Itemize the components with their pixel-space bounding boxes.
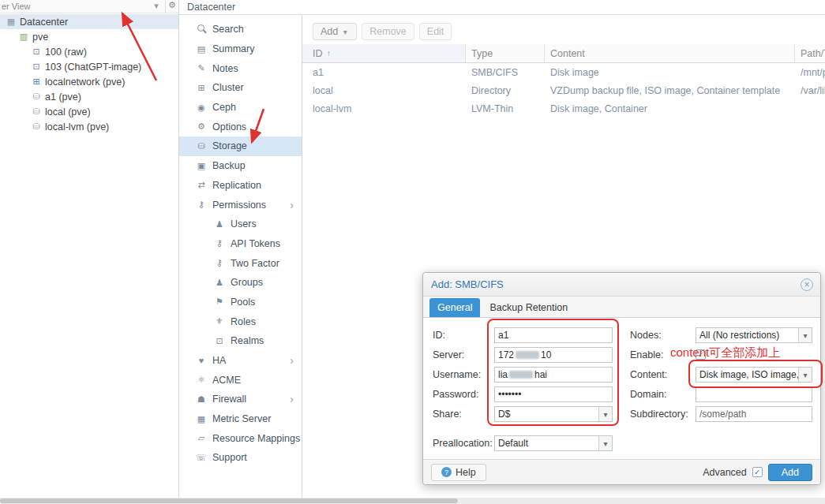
nav-item-roles[interactable]: Roles xyxy=(179,312,302,331)
chevron-down-icon[interactable] xyxy=(150,1,163,11)
add-button[interactable]: Add xyxy=(768,464,812,481)
remove-storage-button[interactable]: Remove xyxy=(362,23,414,40)
server-field[interactable]: 172 10 xyxy=(494,347,613,363)
nav-item-realms[interactable]: Realms xyxy=(179,331,302,351)
tab-backup-retention[interactable]: Backup Retention xyxy=(482,298,576,317)
help-icon xyxy=(441,467,452,477)
password-label: Password: xyxy=(433,389,478,400)
password-field[interactable]: ••••••• xyxy=(494,386,613,402)
scrollbar-thumb[interactable] xyxy=(0,498,458,503)
advanced-label: Advanced xyxy=(703,467,747,478)
resource-tree-panel: er View Datacenterpve100 (raw)103 (ChatG… xyxy=(0,0,179,498)
table-row-local[interactable]: localDirectoryVZDump backup file, ISO im… xyxy=(302,81,825,99)
domain-field[interactable] xyxy=(696,386,812,402)
close-icon[interactable] xyxy=(801,278,813,291)
view-selector-label: er View xyxy=(2,2,30,11)
preallocation-combobox[interactable]: Default xyxy=(494,435,613,451)
combo-trigger[interactable] xyxy=(798,368,812,382)
nav-item-storage[interactable]: Storage xyxy=(179,136,302,156)
node-icon xyxy=(17,32,30,42)
nav-item-summary[interactable]: Summary xyxy=(179,39,302,59)
nav-item-replication[interactable]: Replication xyxy=(179,176,302,196)
nav-item-notes[interactable]: Notes xyxy=(179,58,302,78)
dialog-header[interactable]: Add: SMB/CIFS xyxy=(423,273,820,297)
cell-path: /mnt/pve/ xyxy=(795,63,825,81)
help-button[interactable]: Help xyxy=(431,464,486,481)
nav-item-pools[interactable]: Pools xyxy=(179,293,302,312)
column-header-path[interactable]: Path/Targ xyxy=(795,44,825,62)
nav-item-label: Replication xyxy=(212,180,261,191)
username-field[interactable]: lia hai xyxy=(494,367,613,383)
column-header-id[interactable]: ID xyxy=(302,44,466,62)
gear-icon[interactable] xyxy=(165,0,178,13)
column-header-type[interactable]: Type xyxy=(466,44,545,62)
id-field[interactable]: a1 xyxy=(494,327,613,343)
nodes-combobox[interactable]: All (No restrictions) xyxy=(696,327,812,343)
tab-general[interactable]: General xyxy=(429,298,480,317)
column-header-path-label: Path/Targ xyxy=(801,48,825,59)
column-header-content[interactable]: Content xyxy=(545,44,795,62)
server-value-prefix: 172 xyxy=(498,349,514,360)
edit-storage-button[interactable]: Edit xyxy=(419,23,452,40)
storage-drive-icon xyxy=(30,106,43,117)
content-combobox[interactable]: Disk image, ISO image, xyxy=(696,367,812,383)
tree-item-pve[interactable]: pve xyxy=(0,29,178,44)
chevron-down-icon xyxy=(801,331,809,340)
share-combobox[interactable]: D$ xyxy=(494,406,613,422)
tree-view-header[interactable]: er View xyxy=(0,0,178,13)
enable-checkbox[interactable] xyxy=(696,349,706,360)
nav-item-backup[interactable]: Backup xyxy=(179,156,302,176)
tree-item-103-chatgpt-image[interactable]: 103 (ChatGPT-image) xyxy=(0,59,178,74)
tree-item-label: Datacenter xyxy=(20,17,68,28)
nav-item-permissions[interactable]: Permissions xyxy=(179,195,302,215)
nav-item-label: HA xyxy=(212,355,226,366)
combo-trigger[interactable] xyxy=(598,407,612,421)
tree-item-localnetwork-pve[interactable]: localnetwork (pve) xyxy=(0,74,178,89)
cell-content: VZDump backup file, ISO image, Container… xyxy=(545,81,795,99)
nav-item-label: Notes xyxy=(212,63,238,74)
username-label: Username: xyxy=(433,369,481,380)
table-row-a1[interactable]: a1SMB/CIFSDisk image/mnt/pve/ xyxy=(302,63,825,81)
id-label: ID: xyxy=(433,330,445,341)
advanced-checkbox[interactable] xyxy=(752,467,763,477)
server-label: Server: xyxy=(433,349,464,360)
ceph-icon xyxy=(195,103,208,113)
tree-item-local-pve[interactable]: local (pve) xyxy=(0,104,178,119)
add-smb-cifs-dialog: Add: SMB/CIFS General Backup Retention I… xyxy=(422,272,821,485)
nav-item-api-tokens[interactable]: API Tokens xyxy=(179,234,302,254)
nav-item-support[interactable]: Support xyxy=(179,448,302,468)
nav-item-acme[interactable]: ACME xyxy=(179,370,302,390)
preallocation-value: Default xyxy=(498,438,528,449)
combo-trigger[interactable] xyxy=(798,328,812,342)
horizontal-scrollbar[interactable] xyxy=(0,498,825,504)
nodes-label: Nodes: xyxy=(630,330,662,341)
nav-item-firewall[interactable]: Firewall xyxy=(179,390,302,409)
add-storage-button[interactable]: Add xyxy=(313,23,357,40)
tree-item-local-lvm-pve[interactable]: local-lvm (pve) xyxy=(0,119,178,134)
nav-item-cluster[interactable]: Cluster xyxy=(179,78,302,98)
notes-icon xyxy=(195,63,208,73)
storage-drive-icon xyxy=(30,121,43,132)
cluster-icon xyxy=(195,83,208,93)
tree-item-a1-pve[interactable]: a1 (pve) xyxy=(0,89,178,104)
nav-item-label: Pools xyxy=(231,297,255,308)
nav-item-options[interactable]: Options xyxy=(179,117,302,136)
subdirectory-label: Subdirectory: xyxy=(630,409,688,420)
nav-item-two-factor[interactable]: Two Factor xyxy=(179,253,302,273)
table-row-local-lvm[interactable]: local-lvmLVM-ThinDisk image, Container xyxy=(302,99,825,118)
subdirectory-field[interactable]: /some/path xyxy=(696,406,812,422)
nav-item-resource-mappings[interactable]: Resource Mappings xyxy=(179,428,302,448)
chevron-down-icon xyxy=(341,28,349,36)
nav-item-search[interactable]: Search xyxy=(179,20,302,39)
nav-item-ha[interactable]: HA xyxy=(179,351,302,371)
nav-item-metric-server[interactable]: Metric Server xyxy=(179,409,302,429)
nav-item-users[interactable]: Users xyxy=(179,215,302,234)
nav-item-label: ACME xyxy=(212,375,241,386)
combo-trigger[interactable] xyxy=(598,436,612,450)
nav-item-label: Cluster xyxy=(212,82,244,93)
tree-item-100-raw[interactable]: 100 (raw) xyxy=(0,44,178,59)
nav-item-groups[interactable]: Groups xyxy=(179,273,302,293)
nav-item-ceph[interactable]: Ceph xyxy=(179,98,302,118)
tree-item-datacenter[interactable]: Datacenter xyxy=(0,14,178,29)
support-icon xyxy=(195,453,208,463)
